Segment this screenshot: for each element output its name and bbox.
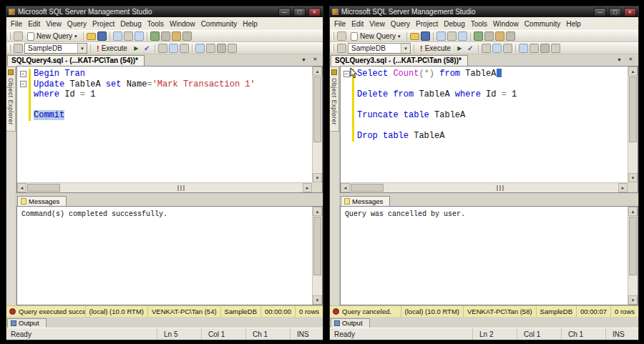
toolbar-grip[interactable]: [9, 44, 11, 52]
scroll-down-icon[interactable]: ▼: [628, 295, 638, 305]
code-line[interactable]: [17, 100, 312, 111]
output-tab[interactable]: Output: [7, 318, 47, 328]
toolbar-icon[interactable]: [484, 31, 494, 41]
menu-help[interactable]: Help: [240, 19, 260, 29]
output-tab[interactable]: Output: [331, 318, 370, 328]
toolbar-icon[interactable]: [182, 31, 192, 41]
toolbar-icon[interactable]: [228, 44, 237, 53]
splitter-grip-icon[interactable]: [497, 185, 505, 191]
maximize-button[interactable]: ▢: [293, 8, 306, 16]
toolbar-icon[interactable]: [551, 44, 560, 53]
toolbar-icon[interactable]: [492, 44, 502, 53]
menu-project[interactable]: Project: [89, 19, 117, 29]
menu-query[interactable]: Query: [64, 19, 89, 29]
tab-close-icon[interactable]: ✕: [626, 55, 635, 64]
scrollbar-thumb[interactable]: [313, 217, 321, 275]
code-line[interactable]: Commit: [17, 110, 312, 121]
scrollbar-thumb[interactable]: [27, 184, 60, 192]
menu-debug[interactable]: Debug: [117, 19, 144, 29]
toolbar-icon[interactable]: [530, 44, 539, 53]
open-file-icon[interactable]: [87, 33, 96, 40]
scrollbar-thumb[interactable]: [629, 77, 637, 142]
menu-window[interactable]: Window: [167, 19, 198, 29]
object-explorer-tab[interactable]: Object Explorer: [6, 67, 16, 132]
toolbar-icon[interactable]: [447, 31, 457, 41]
menu-window[interactable]: Window: [490, 19, 522, 29]
scroll-down-icon[interactable]: ▼: [313, 173, 322, 182]
toolbar-icon[interactable]: [495, 31, 504, 41]
code-line[interactable]: [341, 100, 628, 111]
database-combobox[interactable]: SampleDB ▼: [24, 43, 87, 54]
document-tab[interactable]: SQLQuery4.sql - (...KAT-PC\Tan (54))*: [7, 55, 145, 66]
parse-check-icon[interactable]: ✓: [142, 44, 152, 53]
database-combobox[interactable]: SampleDB ▼: [348, 43, 411, 54]
scroll-down-icon[interactable]: ▼: [628, 173, 638, 182]
scrollbar-thumb[interactable]: [351, 184, 384, 192]
toolbar-icon[interactable]: [158, 44, 167, 53]
tab-list-dropdown-icon[interactable]: ▼: [299, 55, 308, 64]
code-line[interactable]: −Begin Tran: [17, 69, 312, 79]
minimize-button[interactable]: —: [594, 8, 606, 16]
messages-pane[interactable]: Query was cancelled by user. ▲ ▼: [340, 206, 638, 305]
title-bar[interactable]: Microsoft SQL Server Management Studio —…: [330, 6, 638, 17]
menu-file[interactable]: File: [8, 19, 25, 29]
menu-file[interactable]: File: [331, 19, 348, 29]
parse-check-icon[interactable]: ✓: [466, 44, 475, 53]
messages-scrollbar[interactable]: ▲ ▼: [312, 207, 322, 305]
connect-icon[interactable]: [14, 31, 23, 41]
editor-vertical-scrollbar[interactable]: ▲ ▼: [312, 67, 322, 182]
menu-view[interactable]: View: [43, 19, 64, 29]
messages-scrollbar[interactable]: ▲ ▼: [628, 207, 638, 305]
messages-pane[interactable]: Command(s) completed successfully. ▲ ▼: [16, 206, 323, 305]
execute-button[interactable]: ! Execute: [94, 44, 130, 54]
document-tab[interactable]: SQLQuery3.sql - (...KAT-PC\Tan (58))*: [331, 55, 468, 66]
menu-tools[interactable]: Tools: [145, 19, 167, 29]
scroll-right-icon[interactable]: ►: [303, 183, 312, 192]
code-line[interactable]: Drop table TableA: [341, 131, 628, 142]
menu-project[interactable]: Project: [413, 19, 441, 29]
toolbar-icon[interactable]: [161, 31, 170, 41]
menu-edit[interactable]: Edit: [348, 19, 366, 29]
toolbar-icon[interactable]: [135, 31, 144, 41]
execute-button[interactable]: ! Execute: [417, 44, 454, 54]
code-line[interactable]: Delete from TableA where Id = 1: [341, 89, 628, 100]
toolbar-grip[interactable]: [9, 32, 11, 40]
menu-view[interactable]: View: [366, 19, 388, 29]
messages-tab[interactable]: Messages: [17, 196, 67, 206]
sql-editor[interactable]: −Begin Tran−Update TableA set Name='Mark…: [16, 66, 323, 193]
title-bar[interactable]: Microsoft SQL Server Management Studio —…: [6, 6, 323, 17]
open-file-icon[interactable]: [410, 33, 419, 40]
save-icon[interactable]: [421, 31, 430, 41]
toolbar-icon[interactable]: [519, 44, 528, 53]
sql-editor[interactable]: −Select Count(*) from TableADelete from …: [340, 66, 638, 193]
menu-query[interactable]: Query: [388, 19, 413, 29]
available-databases-icon[interactable]: [337, 44, 346, 53]
toolbar-icon[interactable]: [506, 31, 515, 41]
code-line[interactable]: −Update TableA set Name='Mark Transactio…: [17, 79, 312, 90]
debug-play-icon[interactable]: ▶: [455, 44, 464, 53]
toolbar-icon[interactable]: [436, 31, 446, 41]
new-query-button[interactable]: New Query ▾: [24, 31, 80, 41]
scrollbar-thumb[interactable]: [313, 77, 321, 142]
connect-icon[interactable]: [337, 31, 346, 41]
toolbar-icon[interactable]: [503, 44, 512, 53]
messages-tab[interactable]: Messages: [341, 196, 390, 206]
menu-edit[interactable]: Edit: [25, 19, 43, 29]
scroll-left-icon[interactable]: ◄: [17, 183, 26, 192]
scroll-up-icon[interactable]: ▲: [628, 207, 638, 216]
toolbar-icon[interactable]: [217, 44, 226, 53]
tab-close-icon[interactable]: ✕: [311, 55, 320, 64]
toolbar-icon[interactable]: [180, 44, 189, 53]
debug-play-icon[interactable]: ▶: [132, 44, 141, 53]
toolbar-icon[interactable]: [172, 31, 181, 41]
minimize-button[interactable]: —: [278, 8, 291, 16]
editor-horizontal-scrollbar[interactable]: ◄ ►: [17, 182, 312, 192]
object-explorer-tab[interactable]: Object Explorer: [330, 67, 339, 132]
available-databases-icon[interactable]: [14, 44, 23, 53]
maximize-button[interactable]: ▢: [609, 8, 621, 16]
code-line[interactable]: [341, 79, 628, 90]
tab-list-dropdown-icon[interactable]: ▼: [615, 55, 624, 64]
scroll-left-icon[interactable]: ◄: [341, 183, 350, 192]
scrollbar-thumb[interactable]: [629, 217, 637, 275]
toolbar-icon[interactable]: [458, 31, 467, 41]
